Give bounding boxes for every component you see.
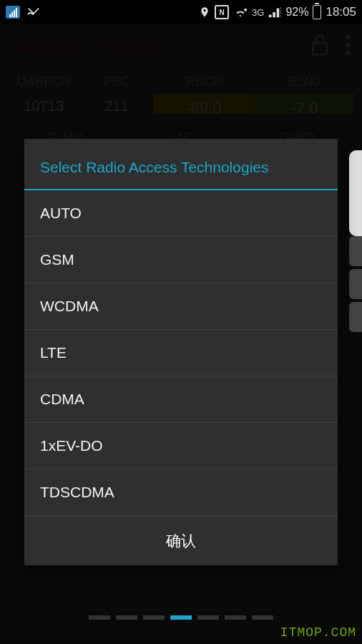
rat-option-cdma[interactable]: CDMA [24, 376, 338, 423]
rat-select-dialog: Select Radio Access Technologies AUTO GS… [24, 139, 338, 565]
pager-dot[interactable] [225, 615, 246, 620]
cast-icon [26, 6, 41, 19]
side-tab[interactable] [349, 150, 362, 236]
side-tab[interactable] [349, 236, 362, 266]
rat-option-auto[interactable]: AUTO [24, 190, 338, 237]
side-tab[interactable] [349, 302, 362, 332]
pager-dot[interactable] [143, 615, 165, 620]
status-bar: N 3G 92% 18:05 [0, 0, 362, 24]
clock: 18:05 [326, 5, 356, 19]
pager-dot[interactable] [116, 615, 137, 620]
nfc-icon: N [215, 5, 229, 19]
rat-option-1xevdo[interactable]: 1xEV-DO [24, 423, 338, 469]
rat-option-gsm[interactable]: GSM [24, 237, 338, 283]
pager-dot-active[interactable] [170, 615, 192, 620]
dialog-title: Select Radio Access Technologies [24, 139, 338, 189]
page-indicator [0, 615, 362, 620]
pager-dot[interactable] [89, 615, 110, 620]
cell-signal-icon [268, 6, 281, 18]
pager-dot[interactable] [197, 615, 219, 620]
wifi-icon [233, 6, 248, 18]
signal-app-icon [6, 6, 20, 19]
confirm-button[interactable]: 确认 [24, 516, 338, 565]
pager-dot[interactable] [252, 615, 273, 620]
rat-option-tdscdma[interactable]: TDSCDMA [24, 469, 338, 516]
battery-icon [313, 5, 321, 19]
side-tab[interactable] [349, 269, 362, 299]
rat-option-lte[interactable]: LTE [24, 330, 338, 376]
network-type-label: 3G [252, 7, 264, 18]
side-tabs [349, 236, 362, 332]
location-icon [199, 6, 210, 19]
battery-pct: 92% [285, 6, 308, 19]
rat-option-wcdma[interactable]: WCDMA [24, 283, 338, 330]
watermark: ITMOP.COM [280, 625, 356, 640]
